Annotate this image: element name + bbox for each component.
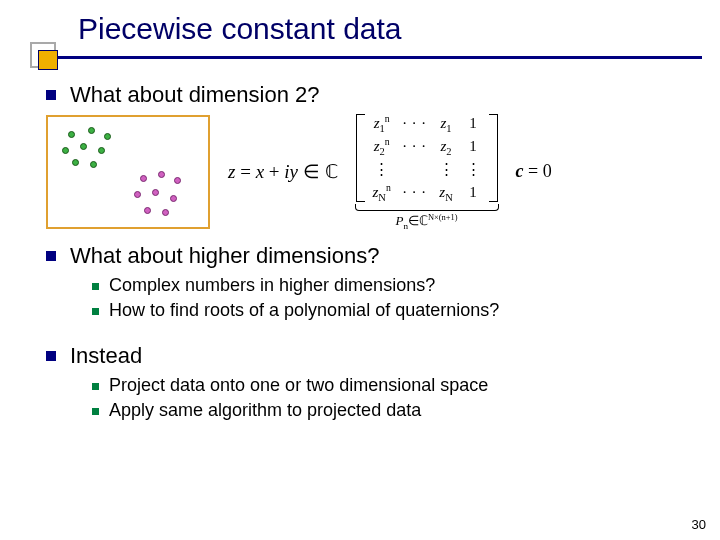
matrix-col1: z1n z2n ⋮ zNn xyxy=(369,114,395,202)
title-bar: Piecewise constant data xyxy=(18,12,702,68)
bullet-small-square-icon xyxy=(92,283,99,290)
matrix-block: z1n z2n ⋮ zNn · · · · · · · · · z1 z2 ⋮ … xyxy=(356,114,498,229)
sub-complex-higher: Complex numbers in higher dimensions? xyxy=(92,275,690,296)
slide-title: Piecewise constant data xyxy=(78,12,402,46)
sub-quaternion-roots: How to find roots of a polynomial of qua… xyxy=(92,300,690,321)
sub-project-data: Project data onto one or two dimensional… xyxy=(92,375,690,396)
bullet-small-square-icon xyxy=(92,383,99,390)
content-area: What about dimension 2? z = x + iy ∈ ℂ xyxy=(46,82,690,520)
bullet-small-square-icon xyxy=(92,308,99,315)
sub-apply-algorithm: Apply same algorithm to projected data xyxy=(92,400,690,421)
matrix-col3: z1 z2 ⋮ zN xyxy=(435,114,458,202)
bullet-square-icon xyxy=(46,251,56,261)
bullet-dim2-text: What about dimension 2? xyxy=(70,82,320,107)
bullet-dim2: What about dimension 2? xyxy=(46,82,690,108)
bullet-higher-dims: What about higher dimensions? xyxy=(46,243,690,269)
bullet-higher-dims-text: What about higher dimensions? xyxy=(70,243,379,268)
page-number: 30 xyxy=(692,517,706,532)
bullet-instead-text: Instead xyxy=(70,343,142,368)
title-underline xyxy=(58,56,702,59)
bullet-square-icon xyxy=(46,90,56,100)
bullet-instead: Instead xyxy=(46,343,690,369)
title-decor-square xyxy=(30,42,58,70)
matrix-underlabel: Pn∈ℂN×(n+1) xyxy=(395,213,457,229)
scatter-plot xyxy=(46,115,210,229)
figure-row: z = x + iy ∈ ℂ z1n z2n ⋮ zNn · · · · · ·… xyxy=(46,114,690,229)
matrix-col-dots: · · · · · · · · · xyxy=(399,114,431,202)
complex-formula: z = x + iy ∈ ℂ xyxy=(228,160,338,183)
bullet-small-square-icon xyxy=(92,408,99,415)
matrix-rhs: c = 0 xyxy=(516,161,552,182)
bullet-square-icon xyxy=(46,351,56,361)
matrix-col-ones: 1 1 ⋮ 1 xyxy=(462,114,485,202)
